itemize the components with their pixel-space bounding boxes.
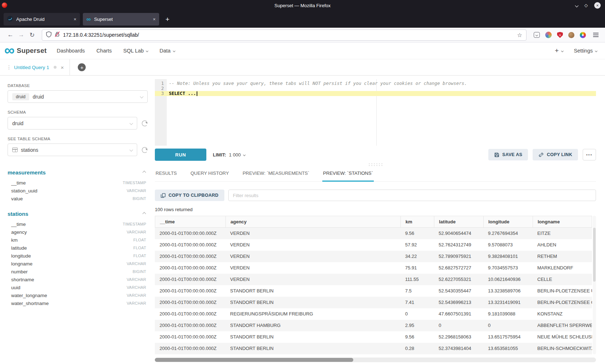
table-select[interactable]: stations [8,144,137,156]
nav-dashboards[interactable]: Dashboards [57,48,85,54]
schema-select[interactable]: druid [8,117,137,129]
results-tab-query-history[interactable]: QUERY HISTORY [190,168,230,181]
superset-header: ∞ Superset Dashboards Charts SQL Lab Dat… [0,42,605,59]
refresh-schema-icon[interactable] [142,120,148,126]
table-cell: AHLDEN [533,239,592,251]
column-name: longname [11,261,32,267]
database-type-chip: druid [12,93,29,100]
column-type: TIMESTAMP [123,181,146,185]
query-tab-bar: ⋮ Untitled Query 1 × + [0,59,605,76]
column-type: VARCHAR [127,188,146,193]
table-cell: VERDEN [225,228,400,239]
table-cell: 2000-01-01T00:00:00.000Z [155,228,225,239]
column-name: longitude [11,253,31,259]
table-cell: 13.3231419091 [483,297,533,308]
schema-column-row: longitudeFLOAT [8,252,148,260]
pane-splitter[interactable] [155,161,596,168]
nav-sql-lab[interactable]: SQL Lab [123,48,148,54]
table-cell: 0.28 [400,343,434,354]
table-cell: 2000-01-01T00:00:00.000Z [155,320,225,331]
druid-favicon [7,16,13,23]
ellipsis-icon: ••• [586,153,593,157]
query-tab-untitled-query-1[interactable]: ⋮ Untitled Query 1 × [6,59,64,75]
column-header-longitude[interactable]: longitude [484,216,533,227]
column-type: VARCHAR [127,261,146,266]
table-row: 2000-01-01T00:00:00.000ZVERDEN9.5652.904… [155,228,592,239]
schema-sections: measurements__timeTIMESTAMPstation_uuidV… [8,167,148,307]
column-type: FLOAT [133,254,146,258]
header-right: + Settings [555,47,597,55]
settings-menu[interactable]: Settings [574,48,597,54]
shield-icon[interactable] [46,31,51,39]
table-section-header-stations[interactable]: stations [8,208,148,220]
vertical-scrollbar-thumb[interactable] [593,228,596,282]
more-options-button[interactable]: ••• [583,149,596,160]
add-new-button[interactable]: + [555,47,563,55]
table-cell: STANDORT HAMBURG [225,320,400,331]
horizontal-scrollbar-thumb[interactable] [155,358,353,362]
restore-window-icon[interactable]: ◇ [584,3,588,8]
url-text[interactable]: 172.18.0.4:32251/superset/sqllab/ [63,32,514,38]
database-select[interactable]: druid druid [8,90,148,103]
new-query-tab-button[interactable]: + [78,63,86,71]
table-cell: 9.7034557573 [483,262,533,274]
table-cell: 9.56 [400,331,434,343]
table-section-header-measurements[interactable]: measurements [8,167,148,179]
browser-tab-apache-druid[interactable]: Apache Druid × [4,13,80,26]
back-button[interactable]: ← [5,29,16,40]
table-row: 2000-01-01T00:00:00.000ZVERDEN111.5552.6… [155,274,592,285]
minimize-window-icon[interactable] [575,4,578,7]
column-header-latitude[interactable]: latitude [434,216,484,227]
copy-link-button[interactable]: COPY LINK [533,149,578,160]
ublock-icon[interactable]: u [557,32,563,38]
nav-charts[interactable]: Charts [97,48,112,54]
nav-label: Data [160,48,171,54]
save-as-button[interactable]: SAVE AS [488,149,528,160]
url-bar[interactable]: 172.18.0.4:32251/superset/sqllab/ ☆ [42,29,526,41]
copy-to-clipboard-button[interactable]: COPY TO CLIPBOARD [155,190,224,201]
vertical-scrollbar[interactable] [593,216,596,354]
run-button[interactable]: RUN [155,149,206,161]
refresh-table-icon[interactable] [142,147,148,153]
table-cell: VERDEN [225,262,400,274]
column-header-time[interactable]: __time [155,216,226,227]
horizontal-scrollbar[interactable] [155,358,596,362]
column-header-agency[interactable]: agency [226,216,401,227]
chevron-down-icon [243,153,246,156]
reload-button[interactable]: ↻ [27,29,37,40]
chevron-down-icon [140,95,144,99]
extension-icon[interactable] [568,32,574,38]
table-cell: 57.92 [400,239,434,251]
editor-code-area[interactable]: -- Note: Unless you save your query, the… [167,79,596,146]
extension-pinwheel-icon[interactable] [580,32,586,38]
pocket-icon[interactable] [534,32,540,38]
sql-lab-sidebar: DATABASE druid druid SCHEMA druid SEE TA… [0,76,151,364]
results-tab-preview-stations[interactable]: PREVIEW: `STATIONS` [322,168,374,182]
schema-column-row: __timeTIMESTAMP [8,179,148,187]
table-cell: 9.181039088 [483,308,533,320]
superset-logo[interactable]: ∞ Superset [4,47,46,55]
limit-dropdown[interactable]: LIMIT: 1 000 [213,152,245,158]
forward-button[interactable]: → [16,29,27,40]
browser-tab-superset[interactable]: ∞ Superset × [83,13,159,26]
results-tab-preview-measurements[interactable]: PREVIEW: `MEASUREMENTS` [242,168,310,181]
table-row: 2000-01-01T00:00:00.000ZVERDEN57.9252.76… [155,239,592,251]
close-window-icon[interactable]: × [594,2,601,9]
column-header-km[interactable]: km [401,216,434,227]
menu-icon[interactable] [591,31,600,39]
bookmark-star-icon[interactable]: ☆ [517,32,522,38]
insecure-lock-icon[interactable] [55,31,60,38]
table-cell: CELLE [533,274,592,285]
column-header-longname[interactable]: longname [533,216,592,227]
sql-editor[interactable]: 1 2 3 -- Note: Unless you save your quer… [155,79,596,146]
new-tab-button[interactable]: + [162,14,173,25]
results-tab-results[interactable]: RESULTS [155,168,178,181]
tab-close-icon[interactable]: × [73,17,76,22]
column-name: latitude [11,245,27,251]
tab-close-icon[interactable]: × [153,17,156,22]
column-type: VARCHAR [127,285,146,290]
filter-results-input[interactable] [228,190,596,201]
close-query-tab-icon[interactable]: × [61,64,64,70]
account-icon[interactable] [545,32,552,38]
nav-data[interactable]: Data [160,48,175,54]
